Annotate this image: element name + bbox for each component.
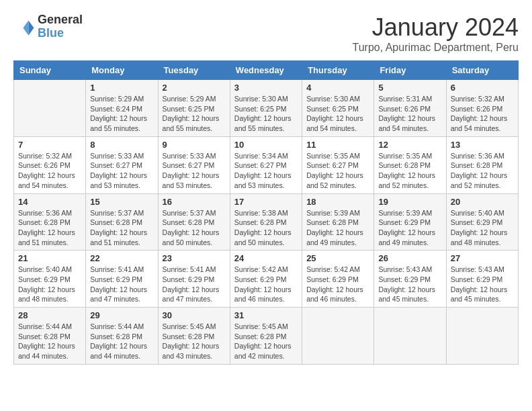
week-row-2: 7Sunrise: 5:32 AM Sunset: 6:26 PM Daylig… [14, 136, 519, 193]
day-number: 20 [451, 197, 514, 207]
day-info: Sunrise: 5:40 AM Sunset: 6:29 PM Dayligh… [18, 265, 81, 304]
day-info: Sunrise: 5:44 AM Sunset: 6:28 PM Dayligh… [18, 322, 81, 361]
logo-text: General Blue [38, 13, 83, 40]
day-number: 8 [90, 140, 153, 150]
day-number: 1 [90, 83, 153, 93]
calendar-cell: 29Sunrise: 5:44 AM Sunset: 6:28 PM Dayli… [86, 308, 158, 365]
calendar-cell: 10Sunrise: 5:34 AM Sunset: 6:27 PM Dayli… [230, 136, 302, 193]
calendar-cell: 22Sunrise: 5:41 AM Sunset: 6:29 PM Dayli… [86, 250, 158, 308]
calendar-cell: 25Sunrise: 5:42 AM Sunset: 6:29 PM Dayli… [302, 250, 374, 308]
day-number: 7 [18, 140, 81, 150]
day-number: 18 [306, 197, 369, 207]
day-info: Sunrise: 5:38 AM Sunset: 6:28 PM Dayligh… [234, 208, 298, 248]
calendar-cell: 3Sunrise: 5:30 AM Sunset: 6:25 PM Daylig… [230, 80, 302, 137]
calendar-table: SundayMondayTuesdayWednesdayThursdayFrid… [13, 60, 519, 365]
day-info: Sunrise: 5:30 AM Sunset: 6:25 PM Dayligh… [306, 94, 369, 134]
day-number: 4 [306, 83, 369, 93]
day-info: Sunrise: 5:32 AM Sunset: 6:26 PM Dayligh… [451, 94, 514, 134]
day-info: Sunrise: 5:29 AM Sunset: 6:24 PM Dayligh… [90, 94, 153, 134]
day-number: 22 [90, 253, 153, 263]
day-number: 5 [378, 83, 441, 93]
day-info: Sunrise: 5:39 AM Sunset: 6:29 PM Dayligh… [378, 208, 441, 248]
day-number: 16 [163, 197, 226, 207]
calendar-cell: 12Sunrise: 5:35 AM Sunset: 6:28 PM Dayli… [374, 136, 446, 193]
calendar-cell: 16Sunrise: 5:37 AM Sunset: 6:28 PM Dayli… [158, 193, 230, 250]
calendar-cell: 6Sunrise: 5:32 AM Sunset: 6:26 PM Daylig… [446, 80, 518, 137]
calendar-cell: 13Sunrise: 5:36 AM Sunset: 6:28 PM Dayli… [446, 136, 518, 193]
day-info: Sunrise: 5:44 AM Sunset: 6:28 PM Dayligh… [90, 322, 153, 361]
calendar-cell: 31Sunrise: 5:45 AM Sunset: 6:28 PM Dayli… [230, 308, 302, 365]
calendar-cell: 30Sunrise: 5:45 AM Sunset: 6:28 PM Dayli… [158, 308, 230, 365]
day-info: Sunrise: 5:31 AM Sunset: 6:26 PM Dayligh… [378, 94, 441, 134]
day-info: Sunrise: 5:41 AM Sunset: 6:29 PM Dayligh… [163, 265, 226, 304]
calendar-cell: 24Sunrise: 5:42 AM Sunset: 6:29 PM Dayli… [230, 250, 302, 308]
header-row: SundayMondayTuesdayWednesdayThursdayFrid… [14, 61, 519, 80]
header-cell-tuesday: Tuesday [158, 61, 230, 80]
day-number: 2 [163, 83, 226, 93]
logo-icon [13, 16, 35, 38]
day-info: Sunrise: 5:37 AM Sunset: 6:28 PM Dayligh… [163, 208, 226, 248]
day-info: Sunrise: 5:37 AM Sunset: 6:28 PM Dayligh… [90, 208, 153, 248]
day-info: Sunrise: 5:35 AM Sunset: 6:27 PM Dayligh… [306, 151, 369, 191]
header-cell-wednesday: Wednesday [230, 61, 302, 80]
day-info: Sunrise: 5:41 AM Sunset: 6:29 PM Dayligh… [90, 265, 153, 304]
calendar-cell: 28Sunrise: 5:44 AM Sunset: 6:28 PM Dayli… [14, 308, 86, 365]
week-row-5: 28Sunrise: 5:44 AM Sunset: 6:28 PM Dayli… [14, 308, 519, 365]
header-cell-friday: Friday [374, 61, 446, 80]
day-info: Sunrise: 5:43 AM Sunset: 6:29 PM Dayligh… [451, 265, 514, 304]
calendar-cell: 7Sunrise: 5:32 AM Sunset: 6:26 PM Daylig… [14, 136, 86, 193]
svg-marker-0 [28, 20, 34, 35]
day-info: Sunrise: 5:43 AM Sunset: 6:29 PM Dayligh… [378, 265, 441, 304]
calendar-cell: 9Sunrise: 5:33 AM Sunset: 6:27 PM Daylig… [158, 136, 230, 193]
day-info: Sunrise: 5:36 AM Sunset: 6:28 PM Dayligh… [451, 151, 514, 191]
calendar-cell [446, 308, 518, 365]
day-info: Sunrise: 5:40 AM Sunset: 6:29 PM Dayligh… [451, 208, 514, 248]
logo: General Blue [13, 13, 83, 40]
calendar-cell: 15Sunrise: 5:37 AM Sunset: 6:28 PM Dayli… [86, 193, 158, 250]
calendar-cell: 1Sunrise: 5:29 AM Sunset: 6:24 PM Daylig… [86, 80, 158, 137]
day-number: 9 [163, 140, 226, 150]
day-number: 24 [234, 253, 298, 263]
calendar-cell: 11Sunrise: 5:35 AM Sunset: 6:27 PM Dayli… [302, 136, 374, 193]
day-info: Sunrise: 5:45 AM Sunset: 6:28 PM Dayligh… [234, 322, 298, 361]
day-number: 31 [234, 310, 298, 320]
calendar-cell: 18Sunrise: 5:39 AM Sunset: 6:28 PM Dayli… [302, 193, 374, 250]
day-info: Sunrise: 5:36 AM Sunset: 6:28 PM Dayligh… [18, 208, 81, 248]
title-section: January 2024 Turpo, Apurimac Department,… [352, 13, 519, 54]
header-cell-monday: Monday [86, 61, 158, 80]
week-row-3: 14Sunrise: 5:36 AM Sunset: 6:28 PM Dayli… [14, 193, 519, 250]
header-cell-thursday: Thursday [302, 61, 374, 80]
calendar-cell: 26Sunrise: 5:43 AM Sunset: 6:29 PM Dayli… [374, 250, 446, 308]
day-number: 15 [90, 197, 153, 207]
calendar-cell: 17Sunrise: 5:38 AM Sunset: 6:28 PM Dayli… [230, 193, 302, 250]
day-info: Sunrise: 5:35 AM Sunset: 6:28 PM Dayligh… [378, 151, 441, 191]
calendar-cell: 20Sunrise: 5:40 AM Sunset: 6:29 PM Dayli… [446, 193, 518, 250]
calendar-cell: 23Sunrise: 5:41 AM Sunset: 6:29 PM Dayli… [158, 250, 230, 308]
calendar-cell: 14Sunrise: 5:36 AM Sunset: 6:28 PM Dayli… [14, 193, 86, 250]
calendar-cell [374, 308, 446, 365]
calendar-cell: 5Sunrise: 5:31 AM Sunset: 6:26 PM Daylig… [374, 80, 446, 137]
day-number: 21 [18, 253, 81, 263]
calendar-cell: 2Sunrise: 5:29 AM Sunset: 6:25 PM Daylig… [158, 80, 230, 137]
week-row-4: 21Sunrise: 5:40 AM Sunset: 6:29 PM Dayli… [14, 250, 519, 308]
day-info: Sunrise: 5:29 AM Sunset: 6:25 PM Dayligh… [163, 94, 226, 134]
header-cell-saturday: Saturday [446, 61, 518, 80]
day-number: 29 [90, 310, 153, 320]
day-info: Sunrise: 5:32 AM Sunset: 6:26 PM Dayligh… [18, 151, 81, 191]
calendar-cell: 27Sunrise: 5:43 AM Sunset: 6:29 PM Dayli… [446, 250, 518, 308]
header: General Blue January 2024 Turpo, Apurima… [13, 13, 519, 54]
day-info: Sunrise: 5:42 AM Sunset: 6:29 PM Dayligh… [234, 265, 298, 304]
location-title: Turpo, Apurimac Department, Peru [352, 42, 519, 54]
day-info: Sunrise: 5:42 AM Sunset: 6:29 PM Dayligh… [306, 265, 369, 304]
calendar-cell: 4Sunrise: 5:30 AM Sunset: 6:25 PM Daylig… [302, 80, 374, 137]
month-title: January 2024 [352, 13, 519, 42]
day-number: 30 [163, 310, 226, 320]
day-number: 25 [306, 253, 369, 263]
day-info: Sunrise: 5:34 AM Sunset: 6:27 PM Dayligh… [234, 151, 298, 191]
day-number: 13 [451, 140, 514, 150]
calendar-cell: 21Sunrise: 5:40 AM Sunset: 6:29 PM Dayli… [14, 250, 86, 308]
svg-marker-1 [23, 20, 28, 35]
day-number: 17 [234, 197, 298, 207]
calendar-header: SundayMondayTuesdayWednesdayThursdayFrid… [14, 61, 519, 80]
day-number: 23 [163, 253, 226, 263]
